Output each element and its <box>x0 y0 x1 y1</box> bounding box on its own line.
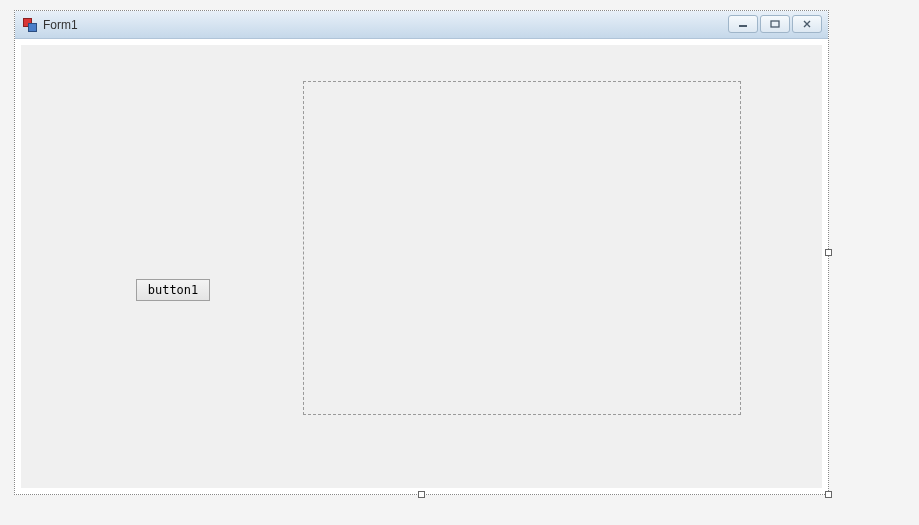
app-icon <box>23 18 37 32</box>
svg-rect-0 <box>739 25 747 27</box>
form-designer-canvas[interactable]: Form1 button1 <box>14 10 829 495</box>
resize-handle-bottom[interactable] <box>418 491 425 498</box>
client-area[interactable]: button1 <box>21 45 822 488</box>
button1-label: button1 <box>148 283 199 297</box>
resize-handle-corner[interactable] <box>825 491 832 498</box>
window-controls <box>728 15 822 33</box>
titlebar: Form1 <box>15 11 828 39</box>
panel1[interactable] <box>303 81 741 415</box>
maximize-button[interactable] <box>760 15 790 33</box>
resize-handle-right[interactable] <box>825 249 832 256</box>
minimize-button[interactable] <box>728 15 758 33</box>
close-button[interactable] <box>792 15 822 33</box>
svg-rect-1 <box>771 21 779 27</box>
window-title: Form1 <box>43 18 78 32</box>
button1[interactable]: button1 <box>136 279 210 301</box>
